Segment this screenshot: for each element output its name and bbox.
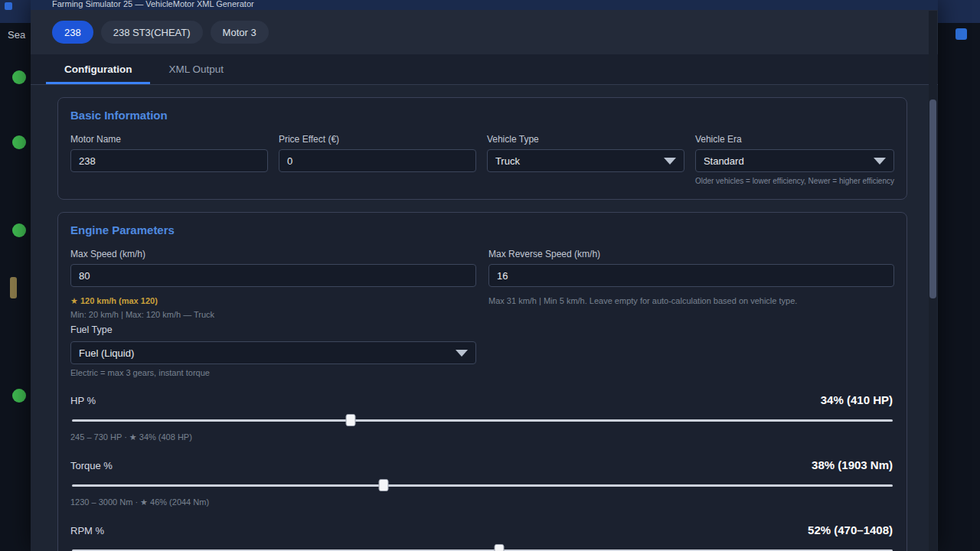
chevron-down-icon — [664, 158, 676, 165]
rpm-slider-thumb[interactable] — [494, 544, 504, 551]
fuel-type-select[interactable]: Fuel (Liquid) — [70, 341, 476, 364]
torque-slider-value: 38% (1903 Nm) — [812, 458, 893, 471]
window-titlebar: Farming Simulator 25 — VehicleMotor XML … — [31, 0, 938, 10]
tab-xml-output[interactable]: XML Output — [150, 54, 242, 84]
chevron-down-icon — [874, 158, 886, 165]
motor-name-input[interactable] — [70, 149, 268, 172]
max-speed-input[interactable] — [70, 264, 476, 287]
rpm-slider[interactable] — [70, 544, 894, 551]
hp-slider-hint: 245 – 730 HP · ★ 34% (408 HP) — [70, 432, 894, 442]
configuration-content: Basic Information Motor Name Price Effec… — [31, 85, 938, 551]
rpm-slider-label: RPM % — [70, 525, 104, 536]
price-effect-label: Price Effect (€) — [279, 134, 476, 145]
max-speed-hint: Min: 20 km/h | Max: 120 km/h — Truck — [70, 310, 476, 319]
motor-tabs-row: 238 238 ST3(CHEAT) Motor 3 — [31, 10, 938, 54]
window-title: Farming Simulator 25 — VehicleMotor XML … — [52, 0, 938, 10]
vehiclemotor-generator-window: Farming Simulator 25 — VehicleMotor XML … — [31, 0, 938, 551]
slider-track — [72, 484, 893, 487]
view-tabbar: Configuration XML Output — [31, 54, 938, 85]
torque-slider-label: Torque % — [70, 460, 113, 471]
hp-slider-thumb[interactable] — [345, 414, 355, 426]
hp-slider-block: HP % 34% (410 HP) 245 – 730 HP · ★ 34% (… — [70, 393, 894, 442]
torque-slider-hint: 1230 – 3000 Nm · ★ 46% (2044 Nm) — [70, 497, 894, 507]
engine-parameters-card: Engine Parameters Max Speed (km/h) ★ 120… — [57, 212, 907, 551]
vehicle-era-hint: Older vehicles = lower efficiency, Newer… — [695, 177, 894, 185]
motor-name-label: Motor Name — [70, 134, 268, 145]
background-status-icon — [12, 389, 26, 403]
hp-slider-value: 34% (410 HP) — [821, 393, 893, 406]
hp-slider-label: HP % — [70, 395, 96, 406]
chevron-down-icon — [456, 350, 468, 357]
motor-tab-motor-3[interactable]: Motor 3 — [211, 21, 269, 44]
basic-information-title: Basic Information — [70, 109, 894, 122]
background-thumbnail — [10, 277, 17, 298]
background-search-label: Sea — [8, 29, 25, 41]
vehicle-type-group: Vehicle Type Truck — [487, 134, 684, 185]
max-speed-label: Max Speed (km/h) — [70, 249, 476, 259]
price-effect-input[interactable] — [279, 149, 476, 172]
background-status-icon — [12, 223, 26, 237]
max-speed-group: Max Speed (km/h) ★ 120 km/h (max 120) Mi… — [70, 249, 476, 377]
max-reverse-input[interactable] — [488, 264, 894, 287]
fuel-type-value: Fuel (Liquid) — [79, 347, 134, 359]
torque-slider[interactable] — [70, 479, 894, 491]
fuel-type-hint: Electric = max 3 gears, instant torque — [70, 368, 476, 377]
fuel-type-label: Fuel Type — [70, 324, 476, 335]
background-action-icon[interactable] — [956, 28, 967, 40]
slider-track — [72, 419, 893, 422]
price-effect-group: Price Effect (€) — [279, 134, 476, 185]
motor-name-group: Motor Name — [70, 134, 268, 185]
vehicle-era-group: Vehicle Era Standard Older vehicles = lo… — [695, 134, 894, 185]
max-reverse-hint: Max 31 km/h | Min 5 km/h. Leave empty fo… — [488, 296, 894, 305]
vehicle-era-select[interactable]: Standard — [695, 149, 894, 172]
motor-tab-238[interactable]: 238 — [52, 21, 93, 44]
rpm-slider-block: RPM % 52% (470–1408) 550 – 3200 RPM · ★ … — [70, 523, 894, 551]
vehicle-type-value: Truck — [495, 155, 520, 167]
vehicle-type-select[interactable]: Truck — [487, 149, 684, 172]
engine-parameters-title: Engine Parameters — [70, 223, 894, 236]
tab-configuration[interactable]: Configuration — [46, 54, 150, 84]
max-reverse-group: Max Reverse Speed (km/h) Max 31 km/h | M… — [488, 249, 894, 305]
vehicle-era-label: Vehicle Era — [695, 134, 894, 145]
vehicle-type-label: Vehicle Type — [487, 134, 684, 145]
background-status-icon — [12, 135, 26, 149]
motor-tab-238-st3-cheat[interactable]: 238 ST3(CHEAT) — [101, 21, 203, 44]
max-reverse-label: Max Reverse Speed (km/h) — [488, 249, 894, 259]
max-speed-star-hint: ★ 120 km/h (max 120) — [70, 296, 476, 306]
app-icon — [5, 2, 12, 10]
torque-slider-block: Torque % 38% (1903 Nm) 1230 – 3000 Nm · … — [70, 458, 894, 507]
rpm-slider-value: 52% (470–1408) — [808, 523, 893, 536]
basic-information-card: Basic Information Motor Name Price Effec… — [57, 97, 907, 200]
torque-slider-thumb[interactable] — [378, 479, 388, 491]
vehicle-era-value: Standard — [704, 155, 744, 167]
scrollbar-thumb[interactable] — [929, 99, 936, 298]
background-status-icon — [12, 70, 26, 84]
hp-slider[interactable] — [70, 414, 894, 426]
